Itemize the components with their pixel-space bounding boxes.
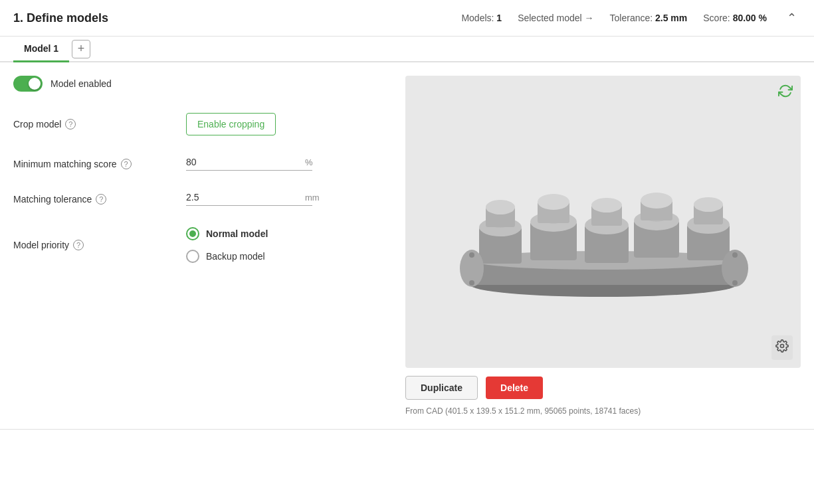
tolerance-info: Tolerance: 2.5 mm <box>610 13 688 23</box>
score-label: Score: <box>703 13 730 23</box>
min-score-unit: % <box>305 157 313 167</box>
min-score-help-icon[interactable]: ? <box>121 159 132 169</box>
tab-model-1[interactable]: Model 1 <box>13 37 69 62</box>
page-wrapper: 1. Define models Models: 1 Selected mode… <box>0 0 814 504</box>
matching-tolerance-input-wrap: mm <box>186 192 312 206</box>
min-score-input-wrap: % <box>186 157 312 171</box>
models-info: Models: 1 <box>461 13 502 23</box>
model-priority-row: Model priority ? Normal model Backup mod… <box>13 227 385 263</box>
models-label: Models: <box>461 13 494 23</box>
svg-point-33 <box>694 197 723 212</box>
header-right: Models: 1 Selected model → Tolerance: 2.… <box>461 9 801 27</box>
tolerance-label: Tolerance: <box>610 13 653 23</box>
score-value: 80.00 % <box>733 13 767 23</box>
matching-tolerance-unit: mm <box>305 193 320 203</box>
radio-normal-circle <box>186 227 199 240</box>
tolerance-value: 2.5 mm <box>655 13 687 23</box>
crop-model-control: Enable cropping <box>186 113 385 135</box>
action-row: Duplicate Delete <box>405 376 801 400</box>
min-score-label-col: Minimum matching score ? <box>13 159 186 169</box>
radio-backup-model[interactable]: Backup model <box>186 250 385 263</box>
crop-model-label-col: Crop model ? <box>13 119 186 129</box>
model-preview <box>405 76 801 368</box>
svg-point-39 <box>732 280 738 286</box>
svg-point-9 <box>486 200 515 214</box>
tabs-row: Model 1 + <box>0 37 814 62</box>
model-enabled-row: Model enabled <box>13 76 385 92</box>
gear-button[interactable] <box>771 335 793 360</box>
right-panel: Duplicate Delete From CAD (401.5 x 139.5… <box>405 76 801 416</box>
models-value: 1 <box>496 13 502 23</box>
svg-point-37 <box>469 280 474 286</box>
model-priority-help-icon[interactable]: ? <box>73 240 84 250</box>
matching-tolerance-row: Matching tolerance ? mm <box>13 192 385 206</box>
model-info: From CAD (401.5 x 139.5 x 151.2 mm, 9506… <box>405 406 801 416</box>
collapse-button[interactable]: ⌃ <box>783 9 801 27</box>
matching-tolerance-help-icon[interactable]: ? <box>96 194 106 205</box>
left-panel: Model enabled Crop model ? Enable croppi… <box>13 76 385 416</box>
section-header: 1. Define models Models: 1 Selected mode… <box>0 0 814 37</box>
delete-button[interactable]: Delete <box>486 377 543 399</box>
matching-tolerance-control: mm <box>186 192 385 206</box>
model-3d-svg <box>437 116 769 328</box>
score-info: Score: 80.00 % <box>703 13 767 23</box>
matching-tolerance-input[interactable] <box>186 192 302 203</box>
radio-group: Normal model Backup model <box>186 227 385 263</box>
enable-cropping-button[interactable]: Enable cropping <box>186 113 276 135</box>
matching-tolerance-label-col: Matching tolerance ? <box>13 194 186 205</box>
svg-point-15 <box>538 194 569 210</box>
add-tab-button[interactable]: + <box>72 40 90 58</box>
svg-point-40 <box>781 345 784 348</box>
svg-point-38 <box>732 252 738 258</box>
backup-model-label: Backup model <box>206 251 265 262</box>
model-enabled-toggle[interactable] <box>13 76 43 92</box>
radio-backup-circle <box>186 250 199 263</box>
min-score-input[interactable] <box>186 157 302 167</box>
bottom-divider <box>0 429 814 430</box>
min-score-row: Minimum matching score ? % <box>13 157 385 171</box>
svg-point-36 <box>469 252 474 258</box>
matching-tolerance-label: Matching tolerance <box>13 194 92 205</box>
normal-model-label: Normal model <box>206 228 268 239</box>
main-content: Model enabled Crop model ? Enable croppi… <box>0 62 814 429</box>
model-priority-control: Normal model Backup model <box>186 227 385 263</box>
crop-model-label: Crop model <box>13 119 61 129</box>
refresh-button[interactable] <box>778 84 793 102</box>
selected-model-link[interactable]: Selected model → <box>518 13 593 23</box>
min-score-control: % <box>186 157 385 171</box>
radio-normal-model[interactable]: Normal model <box>186 227 385 240</box>
model-enabled-toggle-wrap: Model enabled <box>13 76 112 92</box>
crop-model-help-icon[interactable]: ? <box>65 119 76 129</box>
crop-model-row: Crop model ? Enable cropping <box>13 113 385 135</box>
model-priority-label: Model priority <box>13 240 69 250</box>
model-enabled-label: Model enabled <box>51 78 112 89</box>
toggle-slider <box>13 76 43 92</box>
svg-point-21 <box>591 198 622 212</box>
min-score-label: Minimum matching score <box>13 159 117 169</box>
duplicate-button[interactable]: Duplicate <box>405 376 478 400</box>
svg-point-27 <box>641 193 672 209</box>
section-title: 1. Define models <box>13 11 108 25</box>
model-priority-label-col: Model priority ? <box>13 240 186 250</box>
